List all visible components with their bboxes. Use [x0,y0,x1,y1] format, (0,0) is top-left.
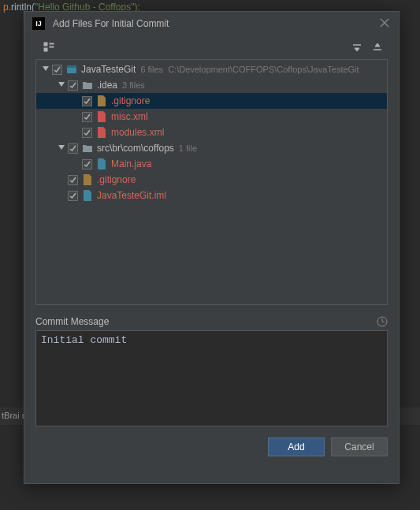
group-by-icon[interactable] [40,39,58,56]
toolbar [24,35,399,59]
dialog-title: Add Files For Initial Commit [53,18,380,29]
tree-file-row[interactable]: Main.java [36,156,387,172]
chevron-down-icon[interactable] [41,65,50,74]
tree-node-meta: 6 files [140,65,163,74]
tree-node-label: misc.xml [111,111,148,122]
checkbox[interactable] [82,159,92,169]
svg-rect-2 [44,43,47,46]
tree-file-row[interactable]: .gitignore [36,172,387,188]
tree-folder-row[interactable]: src\br\com\coffops 1 file [36,140,387,156]
module-icon [65,63,78,76]
tree-node-meta: 1 file [179,143,197,153]
folder-icon [81,79,94,91]
checkbox[interactable] [68,175,78,185]
java-file-icon [95,158,108,170]
tree-node-meta: 3 files [122,80,145,90]
commit-header: Commit Message [35,316,388,327]
checkbox[interactable] [68,191,78,201]
collapse-all-icon[interactable] [369,39,386,56]
svg-rect-12 [67,65,76,68]
file-icon [81,173,94,186]
tree-node-label: .gitignore [111,95,150,106]
history-icon[interactable] [377,316,388,327]
iml-file-icon [81,189,94,202]
tree-node-label: JavaTesteGit.iml [97,190,166,201]
chevron-down-icon[interactable] [57,80,66,90]
xml-file-icon [95,126,108,139]
tree-file-row[interactable]: misc.xml [36,109,387,125]
checkbox[interactable] [68,80,78,91]
chevron-down-icon[interactable] [57,143,66,153]
checkbox[interactable] [68,143,78,154]
svg-rect-3 [44,48,47,51]
cancel-button[interactable]: Cancel [331,437,388,456]
titlebar: IJ Add Files For Initial Commit [24,12,399,35]
tree-folder-row[interactable]: .idea 3 files [36,77,387,93]
button-bar: Add Cancel [24,426,399,467]
expand-all-icon[interactable] [348,39,366,56]
svg-marker-8 [375,43,380,47]
tree-node-label: .gitignore [97,174,136,185]
tree-node-label: modules.xml [111,127,164,138]
commit-section: Commit Message [35,316,388,426]
svg-marker-14 [58,145,65,150]
checkbox[interactable] [82,112,92,122]
tree-root-row[interactable]: JavaTesteGit 6 files C:\Development\COFF… [36,61,387,77]
commit-message-input[interactable] [35,330,388,426]
tree-file-row[interactable]: JavaTesteGit.iml [36,188,387,203]
tree-node-label: Main.java [111,158,151,169]
file-icon [95,95,108,107]
tree-node-path: C:\Development\COFFOPS\Coffops\JavaTeste… [168,65,359,74]
tree-node-label: JavaTesteGit [81,64,136,75]
add-files-dialog: IJ Add Files For Initial Commit JavaTest… [24,11,400,484]
xml-file-icon [95,110,108,123]
file-tree-panel: JavaTesteGit 6 files C:\Development\COFF… [35,59,388,305]
checkbox[interactable] [52,65,62,75]
svg-rect-5 [50,43,54,44]
close-icon[interactable] [380,18,391,29]
add-button[interactable]: Add [268,437,325,456]
checkbox[interactable] [82,128,92,138]
tree-file-row[interactable]: modules.xml [36,125,387,140]
tree-node-label: .idea [97,80,117,91]
svg-marker-7 [355,48,359,51]
checkbox[interactable] [82,96,92,106]
commit-label: Commit Message [35,316,109,327]
tree-node-label: src\br\com\coffops [97,143,174,154]
tree-file-row[interactable]: .gitignore [36,93,387,109]
svg-marker-13 [58,82,65,87]
svg-marker-10 [43,66,49,71]
folder-icon [81,142,94,154]
app-icon: IJ [32,17,45,30]
file-tree: JavaTesteGit 6 files C:\Development\COFF… [36,60,387,205]
svg-rect-4 [50,47,54,47]
